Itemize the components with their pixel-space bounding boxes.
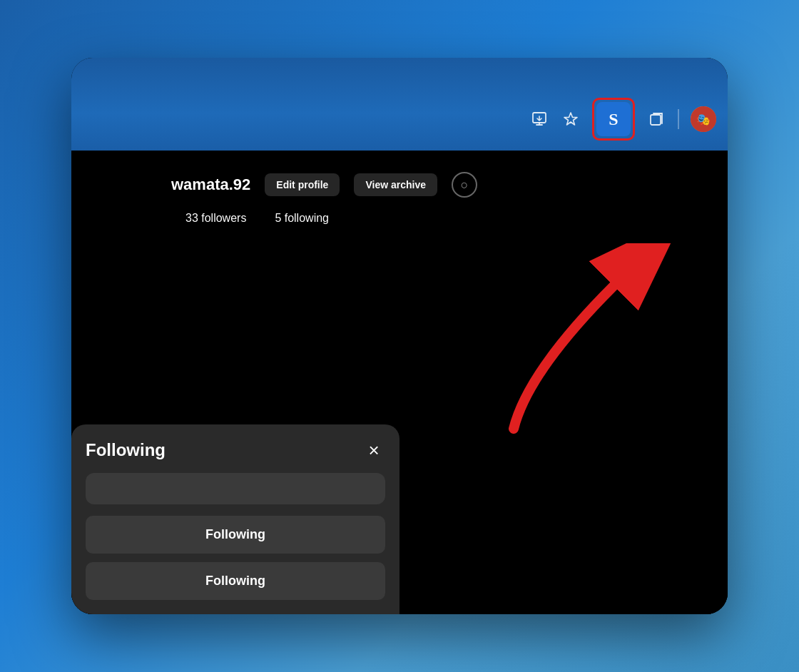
following-modal: Following × Following Following: [71, 424, 400, 614]
app-content: wamata.92 Edit profile View archive ○ 33…: [71, 151, 728, 614]
toolbar-icons: S 🎭: [71, 92, 728, 151]
following-button-2[interactable]: Following: [86, 562, 385, 600]
browser-profile-avatar[interactable]: 🎭: [691, 106, 716, 132]
username-text: wamata.92: [171, 175, 250, 194]
phone-container: S 🎭 wamat: [71, 58, 728, 614]
svg-text:🎭: 🎭: [696, 113, 711, 126]
followers-count: 33 followers: [185, 212, 246, 225]
profile-header-row: wamata.92 Edit profile View archive ○: [86, 172, 713, 198]
s-button-highlighted[interactable]: S: [592, 98, 635, 141]
browser-bar: S 🎭: [71, 58, 728, 151]
svg-rect-1: [651, 115, 661, 125]
s-button-label: S: [609, 110, 618, 129]
modal-search-bar[interactable]: [86, 473, 385, 504]
toolbar-divider: [678, 109, 679, 129]
view-archive-label: View archive: [365, 179, 426, 190]
following-button-1[interactable]: Following: [86, 516, 385, 554]
modal-close-button[interactable]: ×: [362, 439, 385, 462]
tab-icon[interactable]: [646, 109, 666, 129]
view-archive-button[interactable]: View archive: [354, 173, 437, 196]
settings-icon[interactable]: ○: [452, 172, 477, 198]
modal-title: Following: [86, 440, 166, 460]
s-button[interactable]: S: [596, 102, 631, 136]
followers-row: 33 followers 5 following: [86, 212, 713, 225]
star-icon[interactable]: [561, 109, 581, 129]
following-count: 5 following: [275, 212, 329, 225]
download-icon[interactable]: [529, 109, 549, 129]
edit-profile-button[interactable]: Edit profile: [265, 173, 340, 196]
modal-header: Following ×: [86, 439, 385, 462]
